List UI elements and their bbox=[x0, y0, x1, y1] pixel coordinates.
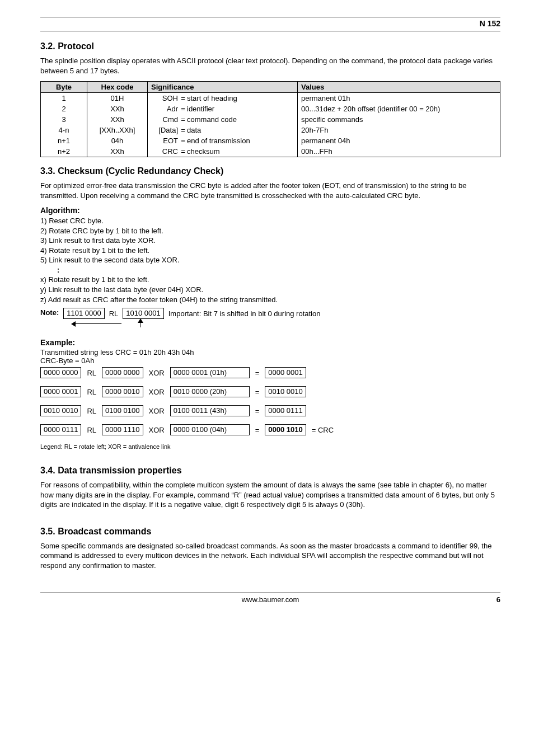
sig-key: SOH bbox=[151, 94, 179, 102]
ex-c: 0000 0100 (04h) bbox=[170, 424, 250, 435]
sig-txt: identifier bbox=[187, 105, 214, 113]
sec-3-4-title: 3.4. Data transmission properties bbox=[40, 466, 500, 476]
ex-rl: RL bbox=[87, 407, 96, 415]
example-line-1: Transmitted string less CRC = 01h 20h 43… bbox=[40, 348, 500, 356]
note-text: Important: Bit 7 is shifted in bit 0 dur… bbox=[168, 309, 321, 318]
sig-key: [Data] bbox=[151, 126, 179, 134]
example-row: 0010 0010 RL 0100 0100 XOR 0100 0011 (43… bbox=[40, 405, 500, 416]
ex-a: 0000 0000 bbox=[40, 367, 81, 378]
algo-colon: : bbox=[40, 265, 500, 275]
cell-val: 00h...FFh bbox=[298, 146, 500, 157]
ex-a: 0000 0001 bbox=[40, 386, 81, 397]
ex-c: 0000 0001 (01h) bbox=[170, 367, 250, 378]
page-header: N 152 bbox=[40, 17, 500, 31]
note-byte-b: 1010 0001 bbox=[123, 308, 163, 319]
ex-rl: RL bbox=[87, 388, 96, 396]
example-computation: 0000 0000 RL 0000 0000 XOR 0000 0001 (01… bbox=[40, 367, 500, 435]
cell-byte: 4-n bbox=[41, 125, 87, 135]
example-title: Example: bbox=[40, 338, 500, 347]
ex-r: 0010 0010 bbox=[265, 386, 306, 397]
algo-step: 1) Reset CRC byte. bbox=[40, 216, 500, 226]
ex-crc: = CRC bbox=[312, 426, 334, 434]
algo-step: x) Rotate result by 1 bit to the left. bbox=[40, 275, 500, 285]
cell-val: 00...31dez + 20h offset (identifier 00 =… bbox=[298, 104, 500, 114]
ex-c: 0100 0011 (43h) bbox=[170, 405, 250, 416]
algo-step: 4) Rotate result by 1 bit to the left. bbox=[40, 246, 500, 256]
table-row: n+1 04h EOT = end of transmission perman… bbox=[41, 135, 500, 146]
protocol-table: Byte Hex code Significance Values 1 01H … bbox=[40, 81, 500, 157]
ex-b: 0000 0010 bbox=[102, 386, 143, 397]
ex-xor: XOR bbox=[149, 388, 165, 396]
ex-eq: = bbox=[255, 407, 260, 415]
page-footer: www.baumer.com 6 bbox=[40, 593, 500, 608]
sig-key: Adr bbox=[151, 105, 179, 113]
ex-xor: XOR bbox=[149, 369, 165, 377]
cell-sig: CRC = checksum bbox=[148, 146, 298, 157]
table-header-row: Byte Hex code Significance Values bbox=[41, 82, 500, 93]
table-row: 2 XXh Adr = identifier 00...31dez + 20h … bbox=[41, 104, 500, 114]
cell-byte: 3 bbox=[41, 114, 87, 125]
sig-key: CRC bbox=[151, 147, 179, 156]
arrow-up-icon bbox=[137, 319, 144, 328]
cell-hex: XXh bbox=[87, 114, 148, 125]
sig-txt: end of transmission bbox=[187, 137, 250, 145]
algo-step: 5) Link result to the second data byte X… bbox=[40, 255, 500, 265]
sig-key: Cmd bbox=[151, 115, 179, 124]
ex-r: 0000 0111 bbox=[265, 405, 306, 416]
cell-byte: n+2 bbox=[41, 146, 87, 157]
algo-step: y) Link result to the last data byte (ev… bbox=[40, 285, 500, 295]
ex-eq: = bbox=[255, 426, 260, 434]
sec-3-5-title: 3.5. Broadcast commands bbox=[40, 527, 500, 537]
example-row: 0000 0001 RL 0000 0010 XOR 0010 0000 (20… bbox=[40, 386, 500, 397]
cell-hex: XXh bbox=[87, 146, 148, 157]
algo-step: 3) Link result to first data byte XOR. bbox=[40, 236, 500, 246]
footer-page-num: 6 bbox=[496, 595, 500, 604]
cell-sig: EOT = end of transmission bbox=[148, 135, 298, 146]
cell-sig: Cmd = command code bbox=[148, 114, 298, 125]
algorithm-title: Algorithm: bbox=[40, 206, 500, 215]
sec-3-3-title: 3.3. Checksum (Cyclic Redundancy Check) bbox=[40, 166, 500, 176]
algorithm-steps: 1) Reset CRC byte. 2) Rotate CRC byte by… bbox=[40, 216, 500, 304]
sig-eq: = bbox=[179, 126, 187, 134]
cell-val: permanent 01h bbox=[298, 93, 500, 104]
cell-val: 20h-7Fh bbox=[298, 125, 500, 135]
sig-txt: data bbox=[187, 126, 201, 134]
cell-hex: XXh bbox=[87, 104, 148, 114]
sig-eq: = bbox=[179, 137, 187, 145]
example-row: 0000 0000 RL 0000 0000 XOR 0000 0001 (01… bbox=[40, 367, 500, 378]
ex-b: 0000 0000 bbox=[102, 367, 143, 378]
sig-eq: = bbox=[179, 147, 187, 156]
sig-eq: = bbox=[179, 105, 187, 113]
sec-3-2-title: 3.2. Protocol bbox=[40, 41, 500, 51]
note-byte-a: 1101 0000 bbox=[63, 308, 104, 319]
cell-val: permanent 04h bbox=[298, 135, 500, 146]
ex-r: 0000 1010 bbox=[265, 424, 306, 435]
sec-3-2-para: The spindle position display operates wi… bbox=[40, 56, 500, 76]
ex-rl: RL bbox=[87, 369, 96, 377]
example-legend: Legend: RL = rotate left; XOR = antivale… bbox=[40, 443, 500, 450]
ex-xor: XOR bbox=[149, 407, 165, 415]
sec-3-4-para: For reasons of compatibility, within the… bbox=[40, 480, 500, 510]
ex-eq: = bbox=[255, 388, 260, 396]
ex-b: 0100 0100 bbox=[102, 405, 143, 416]
sig-txt: start of heading bbox=[187, 94, 237, 102]
table-row: 3 XXh Cmd = command code specific comman… bbox=[41, 114, 500, 125]
ex-eq: = bbox=[255, 369, 260, 377]
sig-eq: = bbox=[179, 115, 187, 124]
cell-hex: 04h bbox=[87, 135, 148, 146]
ex-rl: RL bbox=[87, 426, 96, 434]
sig-txt: checksum bbox=[187, 147, 220, 156]
col-val: Values bbox=[298, 82, 500, 93]
col-byte: Byte bbox=[41, 82, 87, 93]
sig-key: EOT bbox=[151, 137, 179, 145]
sec-3-3-para: For optimized error-free data transmissi… bbox=[40, 181, 500, 200]
note-label: Note: bbox=[40, 308, 59, 317]
ex-c: 0010 0000 (20h) bbox=[170, 386, 250, 397]
table-row: 1 01H SOH = start of heading permanent 0… bbox=[41, 93, 500, 104]
sig-txt: command code bbox=[187, 115, 237, 124]
cell-sig: SOH = start of heading bbox=[148, 93, 298, 104]
col-sig: Significance bbox=[148, 82, 298, 93]
sec-3-5-para: Some specific commands are designated so… bbox=[40, 541, 500, 571]
ex-a: 0010 0010 bbox=[40, 405, 81, 416]
cell-val: specific commands bbox=[298, 114, 500, 125]
